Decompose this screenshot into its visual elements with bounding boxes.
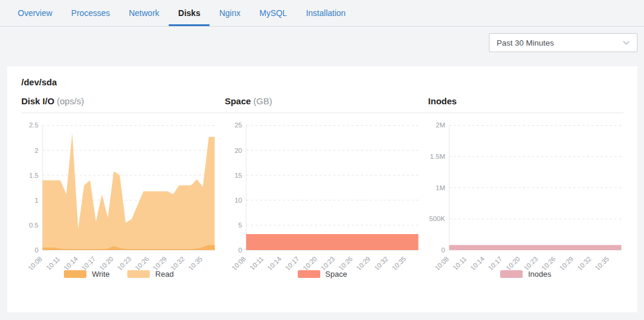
svg-text:10:35: 10:35 — [187, 255, 204, 270]
svg-text:500K: 500K — [429, 215, 445, 222]
svg-text:10:11: 10:11 — [248, 255, 265, 270]
tab-nginx[interactable]: Nginx — [210, 0, 250, 26]
tab-bar: Overview Processes Network Disks Nginx M… — [0, 0, 644, 27]
chart-title-unit: (ops/s) — [57, 96, 84, 106]
svg-text:5: 5 — [238, 221, 242, 229]
legend-label: Space — [326, 270, 347, 279]
space-legend: Space — [225, 270, 420, 279]
time-range-value: Past 30 Minutes — [497, 39, 554, 47]
svg-text:10:20: 10:20 — [98, 255, 114, 270]
svg-text:2: 2 — [35, 146, 38, 154]
time-range-select[interactable]: Past 30 Minutes — [489, 33, 637, 52]
tab-processes[interactable]: Processes — [62, 0, 119, 26]
svg-text:10:20: 10:20 — [301, 255, 318, 270]
toolbar: Past 30 Minutes — [0, 27, 644, 52]
chart-title-inodes: Inodes — [428, 96, 623, 106]
svg-text:0.5: 0.5 — [29, 221, 38, 229]
svg-text:10:08: 10:08 — [230, 255, 247, 270]
legend-swatch — [127, 270, 150, 278]
chevron-down-icon — [622, 38, 631, 47]
svg-text:25: 25 — [234, 121, 242, 129]
inodes-chart-area: 0500K1M1.5M2M10:0810:1110:1410:1710:2010… — [428, 118, 623, 270]
charts-row: 00.511.522.510:0810:1110:1410:1710:2010:… — [21, 118, 623, 279]
tab-installation[interactable]: Installation — [297, 0, 355, 26]
svg-text:10:17: 10:17 — [80, 255, 96, 270]
legend-item: Write — [64, 270, 110, 279]
svg-text:0: 0 — [35, 246, 39, 254]
chart-inodes: 0500K1M1.5M2M10:0810:1110:1410:1710:2010… — [428, 118, 623, 279]
legend-item: Read — [127, 270, 173, 279]
disk-io-legend: WriteRead — [21, 270, 217, 279]
legend-swatch — [500, 270, 523, 278]
inodes-legend: Inodes — [428, 270, 623, 279]
svg-text:10:26: 10:26 — [134, 255, 150, 270]
space-chart-area: 051015202510:0810:1110:1410:1710:2010:23… — [225, 118, 420, 270]
chart-disk-io: 00.511.522.510:0810:1110:1410:1710:2010:… — [21, 118, 217, 279]
chart-title-disk-io: Disk I/O (ops/s) — [21, 96, 217, 106]
svg-text:0: 0 — [442, 246, 446, 254]
svg-text:2.5: 2.5 — [29, 121, 38, 129]
tab-disks[interactable]: Disks — [169, 0, 210, 26]
svg-text:10:23: 10:23 — [116, 255, 133, 270]
svg-text:10:29: 10:29 — [355, 255, 371, 270]
svg-text:10:29: 10:29 — [558, 255, 575, 270]
legend-item: Space — [298, 270, 347, 279]
svg-text:10:17: 10:17 — [284, 255, 300, 270]
chart-title-text: Disk I/O — [21, 96, 54, 106]
svg-text:1: 1 — [35, 196, 38, 204]
legend-label: Read — [155, 270, 173, 279]
svg-text:1M: 1M — [436, 184, 445, 191]
svg-text:10:35: 10:35 — [391, 255, 407, 270]
svg-text:10:11: 10:11 — [452, 255, 468, 270]
svg-text:1.5: 1.5 — [29, 171, 38, 179]
svg-text:0: 0 — [238, 246, 242, 254]
chart-title-space: Space (GB) — [225, 96, 420, 106]
svg-text:10:26: 10:26 — [540, 255, 557, 270]
svg-text:10:32: 10:32 — [372, 255, 389, 270]
disk-io-chart-area: 00.511.522.510:0810:1110:1410:1710:2010:… — [21, 118, 217, 270]
svg-text:10:08: 10:08 — [27, 255, 43, 270]
svg-text:10: 10 — [234, 196, 242, 204]
svg-text:2M: 2M — [436, 121, 445, 129]
svg-text:20: 20 — [234, 146, 242, 154]
svg-text:10:08: 10:08 — [433, 255, 450, 270]
svg-text:10:20: 10:20 — [505, 255, 521, 270]
chart-title-unit: (GB) — [253, 96, 272, 106]
svg-text:10:29: 10:29 — [152, 255, 168, 270]
legend-item: Inodes — [500, 270, 551, 279]
chart-space: 051015202510:0810:1110:1410:1710:2010:23… — [225, 118, 420, 279]
legend-swatch — [64, 270, 86, 278]
svg-text:10:32: 10:32 — [576, 255, 593, 270]
tab-overview[interactable]: Overview — [8, 0, 62, 26]
legend-label: Inodes — [528, 270, 551, 279]
legend-label: Write — [92, 270, 110, 279]
tab-network[interactable]: Network — [120, 0, 169, 26]
tab-mysql[interactable]: MySQL — [250, 0, 297, 26]
svg-text:10:23: 10:23 — [319, 255, 336, 270]
chart-titles-row: Disk I/O (ops/s) Space (GB) Inodes — [21, 96, 623, 113]
svg-text:10:32: 10:32 — [169, 255, 186, 270]
svg-text:10:35: 10:35 — [594, 255, 610, 270]
chart-title-text: Space — [225, 96, 251, 106]
svg-text:1.5M: 1.5M — [430, 152, 446, 160]
legend-swatch — [298, 270, 320, 278]
chart-title-text: Inodes — [428, 96, 456, 106]
svg-text:10:26: 10:26 — [337, 255, 353, 270]
svg-text:15: 15 — [234, 171, 242, 179]
svg-text:10:14: 10:14 — [266, 255, 282, 270]
svg-text:10:14: 10:14 — [469, 255, 486, 270]
svg-text:10:11: 10:11 — [45, 255, 62, 270]
svg-text:10:17: 10:17 — [487, 255, 504, 270]
disk-card: /dev/sda Disk I/O (ops/s) Space (GB) Ino… — [7, 66, 637, 312]
svg-text:10:23: 10:23 — [523, 255, 539, 270]
svg-text:10:14: 10:14 — [62, 255, 79, 270]
disk-device-title: /dev/sda — [21, 77, 623, 87]
